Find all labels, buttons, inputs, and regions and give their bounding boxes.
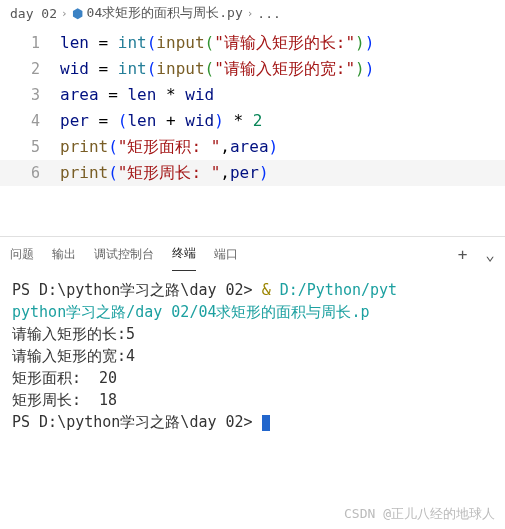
chevron-down-icon[interactable]: ⌄ — [485, 245, 495, 264]
line-number: 4 — [0, 108, 60, 134]
code-content[interactable]: area = len * wid — [60, 82, 214, 108]
code-line[interactable]: 3area = len * wid — [0, 82, 505, 108]
breadcrumb-more[interactable]: ... — [257, 6, 280, 21]
terminal-path: python学习之路/day 02/04求矩形的面积与周长.p — [12, 303, 370, 321]
breadcrumb-file[interactable]: 04求矩形的面积与周长.py — [87, 4, 243, 22]
line-number: 6 — [0, 160, 60, 186]
code-content[interactable]: print("矩形面积: ",area) — [60, 134, 278, 160]
terminal-line: 请输入矩形的长:5 — [12, 323, 493, 345]
tab-problems[interactable]: 问题 — [10, 238, 34, 271]
tab-output[interactable]: 输出 — [52, 238, 76, 271]
code-line[interactable]: 6print("矩形周长: ",per) — [0, 160, 505, 186]
tab-debug-console[interactable]: 调试控制台 — [94, 238, 154, 271]
line-number: 3 — [0, 82, 60, 108]
line-number: 2 — [0, 56, 60, 82]
terminal-path: D:/Python/pyt — [280, 281, 397, 299]
breadcrumb[interactable]: day 02 › ⬢ 04求矩形的面积与周长.py › ... — [0, 0, 505, 26]
code-content[interactable]: wid = int(input("请输入矩形的宽:")) — [60, 56, 374, 82]
terminal-cmd: & — [262, 281, 280, 299]
code-content[interactable]: len = int(input("请输入矩形的长:")) — [60, 30, 374, 56]
code-line[interactable]: 2wid = int(input("请输入矩形的宽:")) — [0, 56, 505, 82]
python-file-icon: ⬢ — [72, 6, 83, 21]
watermark: CSDN @正儿八经的地球人 — [344, 505, 495, 523]
tab-ports[interactable]: 端口 — [214, 238, 238, 271]
code-editor[interactable]: 1len = int(input("请输入矩形的长:"))2wid = int(… — [0, 26, 505, 206]
terminal-line: 矩形周长: 18 — [12, 389, 493, 411]
code-line[interactable]: 5print("矩形面积: ",area) — [0, 134, 505, 160]
code-content[interactable]: print("矩形周长: ",per) — [60, 160, 269, 186]
line-number: 5 — [0, 134, 60, 160]
line-number: 1 — [0, 30, 60, 56]
terminal-prompt: PS D:\python学习之路\day 02> — [12, 281, 262, 299]
chevron-right-icon: › — [61, 7, 68, 20]
bottom-panel: 问题 输出 调试控制台 终端 端口 + ⌄ PS D:\python学习之路\d… — [0, 236, 505, 441]
code-line[interactable]: 1len = int(input("请输入矩形的长:")) — [0, 30, 505, 56]
code-content[interactable]: per = (len + wid) * 2 — [60, 108, 262, 134]
terminal-cursor — [262, 415, 270, 431]
code-line[interactable]: 4per = (len + wid) * 2 — [0, 108, 505, 134]
tab-terminal[interactable]: 终端 — [172, 237, 196, 271]
terminal-line: 矩形面积: 20 — [12, 367, 493, 389]
panel-tabs: 问题 输出 调试控制台 终端 端口 + ⌄ — [0, 237, 505, 271]
chevron-right-icon: › — [247, 7, 254, 20]
terminal-output[interactable]: PS D:\python学习之路\day 02> & D:/Python/pyt… — [0, 271, 505, 441]
new-terminal-button[interactable]: + — [458, 245, 468, 264]
terminal-prompt: PS D:\python学习之路\day 02> — [12, 413, 262, 431]
breadcrumb-folder[interactable]: day 02 — [10, 6, 57, 21]
terminal-line: 请输入矩形的宽:4 — [12, 345, 493, 367]
